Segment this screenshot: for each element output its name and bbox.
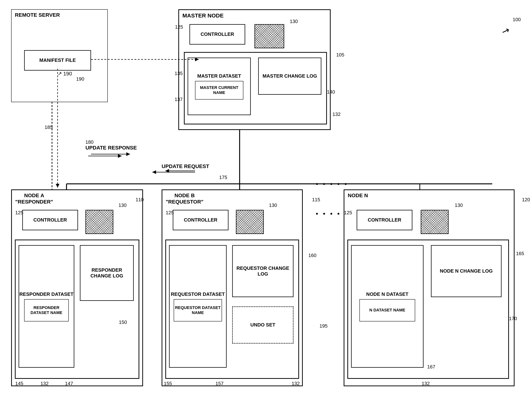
responder-dataset-box: RESPONDER DATASET RESPONDER DATASET NAME <box>19 245 74 368</box>
ref-180: 180 <box>85 139 93 145</box>
ref-132-nodeA: 132 <box>40 381 49 387</box>
node-b-label: NODE B "REQUESTOR" <box>166 192 203 205</box>
node-b-hatched <box>236 210 264 234</box>
ref-132-nodeN: 132 <box>422 381 430 387</box>
ref-147: 147 <box>65 381 73 387</box>
mid-dots: • • • • <box>316 210 341 218</box>
ref-125-nodeN: 125 <box>344 210 352 216</box>
master-hatched <box>254 24 284 48</box>
node-b-controller-box: CONTROLLER <box>173 210 228 230</box>
node-a-label: NODE A "RESPONDER" <box>15 192 53 205</box>
ref-135: 135 <box>175 71 183 76</box>
ref-130-nodeB: 130 <box>269 202 277 208</box>
ref-157: 157 <box>215 381 223 387</box>
master-current-name-box: MASTER CURRENT NAME <box>195 81 243 100</box>
ref-110: 110 <box>136 197 144 203</box>
ref-130-nodeN: 130 <box>455 202 463 208</box>
ref-137: 137 <box>175 97 183 102</box>
ref-132-nodeB: 132 <box>292 381 300 387</box>
manifest-file-box: MANIFEST FILE <box>24 50 91 71</box>
ref-165: 165 <box>516 251 524 256</box>
master-dataset-box: MASTER DATASET MASTER CURRENT NAME <box>188 57 251 115</box>
svg-marker-27 <box>195 57 199 61</box>
ref-130-master: 130 <box>290 19 298 24</box>
ref-145: 145 <box>15 381 23 387</box>
ref-105: 105 <box>336 52 344 58</box>
undo-set-box: UNDO SET <box>232 306 293 344</box>
node-n-changelog-box: NODE N CHANGE LOG <box>431 245 501 297</box>
ref-125-nodeA: 125 <box>15 210 23 216</box>
ref-150: 150 <box>119 319 127 325</box>
ref-125-master: 125 <box>175 24 183 30</box>
requestor-changelog-box: REQUESTOR CHANGE LOG <box>232 245 293 297</box>
svg-marker-23 <box>118 154 122 158</box>
ref-190-arrow: ↗ 190 <box>57 71 72 77</box>
ref-140: 140 <box>327 89 335 95</box>
master-node-label: MASTER NODE <box>182 12 224 19</box>
ref-100: 100 <box>513 17 521 22</box>
ref-195: 195 <box>319 323 328 329</box>
ref-125-nodeB: 125 <box>166 210 174 216</box>
svg-marker-25 <box>56 184 59 188</box>
ref-132-master: 132 <box>332 112 341 117</box>
ref-167: 167 <box>427 364 435 370</box>
n-dataset-name-box: N DATASET NAME <box>359 299 415 321</box>
ref-170: 170 <box>509 316 517 321</box>
node-n-controller-box: CONTROLLER <box>357 210 412 230</box>
ref-175: 175 <box>219 175 227 180</box>
bus-dots: • • • • • <box>316 180 348 188</box>
svg-marker-7 <box>152 170 156 174</box>
svg-marker-21 <box>165 169 169 173</box>
ref-130-nodeA: 130 <box>119 202 127 208</box>
ref-115: 115 <box>312 197 320 203</box>
responder-changelog-box: RESPONDER CHANGE LOG <box>80 245 134 301</box>
ref-120: 120 <box>522 197 530 203</box>
ref-155: 155 <box>164 381 172 387</box>
responder-dataset-name-box: RESPONDER DATASET NAME <box>24 299 69 321</box>
node-a-hatched <box>85 210 113 234</box>
master-controller-box: CONTROLLER <box>190 24 245 44</box>
node-n-label: NODE N <box>348 192 368 199</box>
update-response-label: UPDATE RESPONSE <box>85 145 141 151</box>
node-n-hatched <box>421 210 449 234</box>
master-changelog-box: MASTER CHANGE LOG <box>258 57 321 95</box>
ref-160: 160 <box>308 253 316 258</box>
requestor-dataset-box: REQUESTOR DATASET REQUESTOR DATASET NAME <box>169 245 227 368</box>
node-n-dataset-box: NODE N DATASET N DATASET NAME <box>351 245 424 368</box>
requestor-dataset-name-box: REQUESTOR DATASET NAME <box>174 299 222 321</box>
node-a-controller-box: CONTROLLER <box>22 210 78 230</box>
